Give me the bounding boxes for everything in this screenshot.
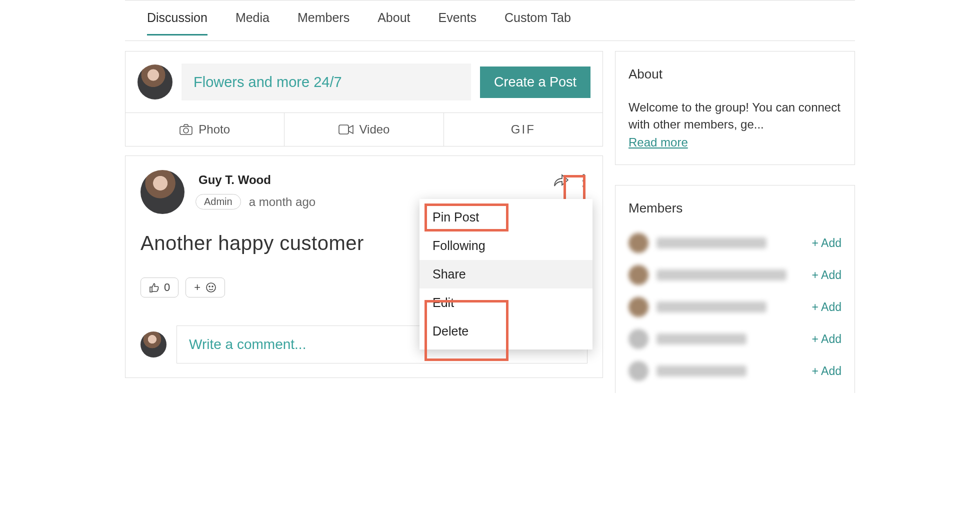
video-label: Video <box>360 122 390 136</box>
member-name <box>656 366 746 376</box>
avatar[interactable] <box>628 297 648 317</box>
read-more-link[interactable]: Read more <box>628 136 688 150</box>
member-name <box>656 270 786 280</box>
plus-label: + <box>194 281 200 294</box>
add-video-button[interactable]: Video <box>284 113 444 146</box>
add-reaction-button[interactable]: + <box>186 278 225 298</box>
avatar[interactable] <box>138 64 172 100</box>
tab-events[interactable]: Events <box>438 10 476 36</box>
post-card: Guy T. Wood Admin a month ago <box>125 156 603 378</box>
avatar[interactable] <box>140 332 166 358</box>
menu-following[interactable]: Following <box>420 232 592 260</box>
tabs-bar: Discussion Media Members About Events Cu… <box>125 0 855 41</box>
member-row: + Add <box>628 265 842 285</box>
member-name <box>656 302 766 312</box>
svg-point-1 <box>184 128 188 133</box>
svg-point-4 <box>209 286 210 287</box>
member-name <box>656 334 746 344</box>
add-member-button[interactable]: + Add <box>812 364 842 378</box>
member-row: + Add <box>628 329 842 349</box>
photo-label: Photo <box>198 122 230 136</box>
add-member-button[interactable]: + Add <box>812 332 842 346</box>
svg-point-3 <box>206 283 216 292</box>
like-count: 0 <box>164 281 170 294</box>
composer-card: Flowers and more 24/7 Create a Post Phot… <box>125 51 603 146</box>
menu-delete[interactable]: Delete <box>420 317 592 346</box>
member-row: + Add <box>628 297 842 317</box>
camera-icon <box>180 124 192 135</box>
member-name <box>656 238 766 248</box>
like-button[interactable]: 0 <box>140 278 178 298</box>
video-icon <box>338 124 354 134</box>
tab-media[interactable]: Media <box>236 10 270 36</box>
member-row: + Add <box>628 361 842 381</box>
menu-edit[interactable]: Edit <box>420 288 592 317</box>
post-author[interactable]: Guy T. Wood <box>196 172 316 188</box>
avatar[interactable] <box>628 233 648 253</box>
avatar[interactable] <box>628 265 648 285</box>
post-time: a month ago <box>249 195 316 209</box>
gif-label: GIF <box>511 122 536 136</box>
tab-members[interactable]: Members <box>298 10 350 36</box>
add-member-button[interactable]: + Add <box>812 268 842 282</box>
more-options-button[interactable] <box>574 168 592 193</box>
avatar[interactable] <box>140 170 184 214</box>
menu-share[interactable]: Share <box>420 260 592 288</box>
post-input[interactable]: Flowers and more 24/7 <box>182 64 471 100</box>
add-photo-button[interactable]: Photo <box>126 113 284 146</box>
vertical-dots-icon <box>582 172 585 189</box>
members-title: Members <box>628 200 842 216</box>
admin-badge: Admin <box>196 194 241 210</box>
menu-pin-post[interactable]: Pin Post <box>420 203 592 232</box>
thumbs-up-icon <box>149 282 159 292</box>
add-member-button[interactable]: + Add <box>812 300 842 314</box>
add-member-button[interactable]: + Add <box>812 236 842 250</box>
member-row: + Add <box>628 233 842 253</box>
avatar[interactable] <box>628 329 648 349</box>
tab-about[interactable]: About <box>378 10 410 36</box>
members-card: Members + Add + Add + Add + Add <box>615 185 855 393</box>
svg-rect-2 <box>339 125 348 134</box>
svg-point-5 <box>212 286 213 287</box>
about-title: About <box>628 66 842 82</box>
tab-discussion[interactable]: Discussion <box>147 10 208 36</box>
create-post-button[interactable]: Create a Post <box>480 66 590 98</box>
add-gif-button[interactable]: GIF <box>444 113 602 146</box>
smile-icon <box>206 282 216 293</box>
about-card: About Welcome to the group! You can conn… <box>615 51 855 165</box>
about-text: Welcome to the group! You can connect wi… <box>628 99 842 132</box>
share-icon[interactable] <box>550 171 572 190</box>
avatar[interactable] <box>628 361 648 381</box>
post-options-menu: Pin Post Following Share Edit Delete <box>420 199 592 350</box>
tab-custom[interactable]: Custom Tab <box>504 10 571 36</box>
